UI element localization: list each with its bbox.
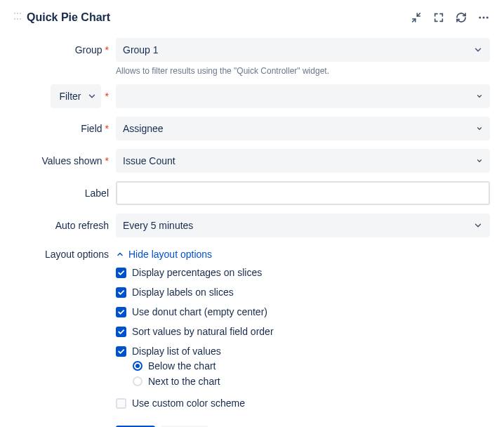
field-select[interactable]: Assignee bbox=[116, 117, 490, 140]
chevron-down-icon bbox=[476, 157, 483, 164]
more-icon[interactable] bbox=[477, 11, 490, 24]
chevron-down-icon bbox=[473, 45, 483, 55]
autorefresh-label: Auto refresh bbox=[14, 214, 116, 237]
filter-value-select[interactable] bbox=[116, 84, 490, 108]
check-donut[interactable] bbox=[116, 307, 126, 317]
drag-handle-icon[interactable] bbox=[14, 13, 21, 22]
chevron-down-icon bbox=[473, 221, 483, 230]
panel-title: Quick Pie Chart bbox=[27, 11, 110, 24]
check-labels[interactable] bbox=[116, 287, 126, 298]
check-percentages-label: Display percentages on slices bbox=[132, 267, 262, 278]
check-list[interactable] bbox=[116, 346, 126, 357]
radio-next[interactable] bbox=[133, 376, 142, 386]
layout-toggle-text: Hide layout options bbox=[128, 249, 212, 260]
group-value: Group 1 bbox=[123, 44, 159, 55]
chevron-down-icon bbox=[476, 125, 483, 132]
check-percentages[interactable] bbox=[116, 268, 126, 278]
group-select[interactable]: Group 1 bbox=[116, 38, 490, 62]
label-label: Label bbox=[14, 181, 116, 205]
group-helper: Allows to filter results using the "Quic… bbox=[116, 66, 490, 76]
label-input[interactable] bbox=[116, 181, 490, 205]
chevron-up-icon bbox=[116, 250, 124, 258]
svg-point-2 bbox=[486, 17, 489, 19]
svg-point-0 bbox=[479, 17, 481, 19]
layout-section-label: Layout options bbox=[14, 246, 116, 263]
check-list-label: Display list of values bbox=[132, 346, 221, 357]
values-value: Issue Count bbox=[123, 155, 175, 166]
check-labels-label: Display labels on slices bbox=[132, 287, 234, 298]
field-label: Field* bbox=[14, 117, 116, 140]
layout-toggle-link[interactable]: Hide layout options bbox=[116, 246, 490, 263]
minimize-icon[interactable] bbox=[410, 11, 423, 24]
chevron-down-icon bbox=[87, 91, 97, 101]
refresh-icon[interactable] bbox=[455, 11, 467, 24]
filter-type-select[interactable]: Filter bbox=[51, 84, 100, 108]
group-label: Group* bbox=[14, 38, 116, 62]
check-color[interactable] bbox=[116, 398, 126, 409]
filter-type-label: Filter bbox=[59, 84, 81, 108]
radio-below-label: Below the chart bbox=[148, 360, 216, 372]
autorefresh-value: Every 5 minutes bbox=[123, 220, 193, 231]
maximize-icon[interactable] bbox=[432, 11, 445, 24]
autorefresh-select[interactable]: Every 5 minutes bbox=[116, 214, 490, 237]
check-donut-label: Use donut chart (empty center) bbox=[132, 306, 267, 317]
field-value: Assignee bbox=[123, 123, 164, 134]
radio-next-label: Next to the chart bbox=[148, 376, 220, 387]
check-sort[interactable] bbox=[116, 327, 126, 337]
svg-point-1 bbox=[483, 17, 485, 19]
values-select[interactable]: Issue Count bbox=[116, 149, 490, 173]
values-label: Values shown* bbox=[14, 149, 116, 173]
check-sort-label: Sort values by natural field order bbox=[132, 326, 274, 337]
radio-below[interactable] bbox=[133, 361, 142, 371]
check-color-label: Use custom color scheme bbox=[132, 398, 245, 409]
chevron-down-icon bbox=[476, 93, 483, 100]
